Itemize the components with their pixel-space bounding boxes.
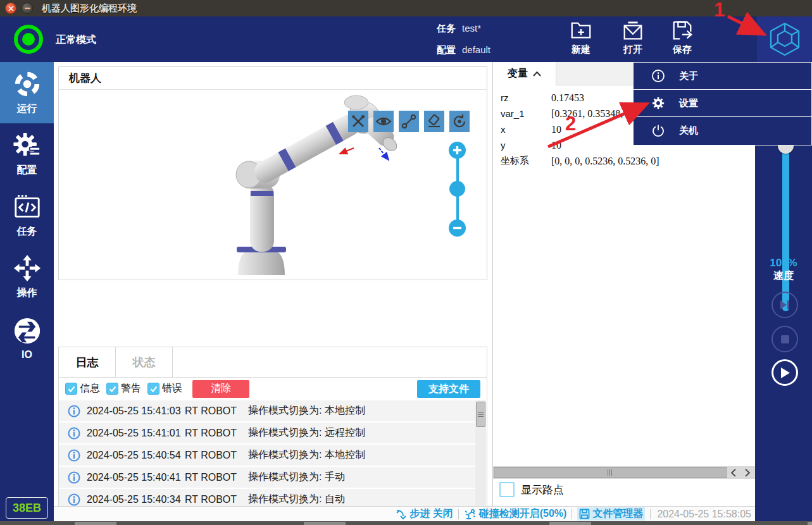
log-tabs: 日志 状态 xyxy=(59,347,487,378)
brand-logo-icon xyxy=(767,21,803,58)
warning-checkbox[interactable] xyxy=(106,383,118,395)
divider xyxy=(650,509,651,519)
menu-item-about[interactable]: 关于 xyxy=(634,63,811,90)
power-icon xyxy=(651,124,665,138)
step-mode-status[interactable]: 步进 关闭 xyxy=(396,507,453,521)
rotate-view-icon xyxy=(451,113,468,130)
window-close-button[interactable] xyxy=(5,3,16,14)
app-dropdown-menu: 关于 设置 xyxy=(633,62,812,145)
minimize-icon xyxy=(25,8,30,9)
variable-tab[interactable]: 变量 xyxy=(493,62,556,85)
clear-log-button[interactable]: 清除 xyxy=(192,380,249,398)
speed-percent: 100% xyxy=(755,257,812,269)
visibility-button[interactable] xyxy=(373,111,394,132)
robot-3d-viewport[interactable] xyxy=(59,90,487,280)
open-icon xyxy=(621,18,645,42)
file-manager-button[interactable]: 文件管理器 xyxy=(577,507,645,521)
scroll-left-button[interactable] xyxy=(727,466,740,479)
device-id-badge[interactable]: 38EB xyxy=(6,497,48,519)
log-panel: 日志 状态 信息 警告 xyxy=(58,347,487,525)
zoom-in-button[interactable] xyxy=(449,142,466,159)
topbar: 正常模式 任务 test* 配置 default 新建 打开 xyxy=(0,16,812,62)
collapse-chevron-icon xyxy=(533,71,541,77)
desktop-strip xyxy=(0,521,812,525)
io-swap-icon xyxy=(13,316,42,345)
eraser-icon xyxy=(426,113,442,130)
play-button[interactable] xyxy=(771,359,798,386)
robot-panel-title: 机器人 xyxy=(59,67,487,90)
task-value: test* xyxy=(462,23,481,34)
plus-icon xyxy=(453,145,462,155)
new-task-button[interactable]: 新建 xyxy=(560,18,602,61)
close-icon xyxy=(8,6,14,11)
log-scrollbar-thumb[interactable] xyxy=(476,402,485,427)
stop-button[interactable] xyxy=(771,326,798,352)
scroll-right-button[interactable] xyxy=(740,466,754,479)
tab-log[interactable]: 日志 xyxy=(59,347,116,377)
task-label: 任务 xyxy=(437,23,456,35)
info-icon xyxy=(68,449,80,462)
log-row: 2024-05-25 15:40:41RT ROBOT操作模式切换为: 手动 xyxy=(59,467,477,488)
collision-status[interactable]: 碰撞检测开启(50%) xyxy=(464,507,567,521)
config-label: 配置 xyxy=(437,44,456,56)
support-file-button[interactable]: 支持文件 xyxy=(417,380,480,398)
check-icon xyxy=(67,385,75,393)
variable-hscrollbar[interactable] xyxy=(493,466,756,479)
sidebar-item-config[interactable]: 配置 xyxy=(0,123,54,185)
speed-label: 速度 xyxy=(755,269,812,283)
path-button[interactable] xyxy=(399,111,419,132)
window-minimize-button[interactable] xyxy=(22,3,33,14)
speed-slider-track[interactable] xyxy=(782,140,789,311)
statusbar-timestamp: 2024-05-25 15:58:05 xyxy=(657,509,751,520)
minus-icon xyxy=(453,223,462,233)
tools-button[interactable] xyxy=(348,111,368,132)
info-icon xyxy=(68,471,80,484)
error-checkbox[interactable] xyxy=(147,383,159,395)
app-window: 机器人图形化编程环境 正常模式 任务 test* 配置 default 新建 打… xyxy=(0,0,812,525)
erase-button[interactable] xyxy=(424,111,444,132)
filter-info[interactable]: 信息 xyxy=(65,382,100,395)
open-task-button[interactable]: 打开 xyxy=(612,18,654,61)
tools-icon xyxy=(351,114,366,129)
run-icon xyxy=(13,70,42,99)
step-button[interactable] xyxy=(771,292,798,318)
file-manager-text: 文件管理器 xyxy=(592,507,643,521)
reset-view-button[interactable] xyxy=(449,111,470,132)
divider xyxy=(572,509,572,519)
settings-gear-icon xyxy=(651,96,665,110)
step-mode-icon xyxy=(396,509,407,520)
app-menu-button[interactable] xyxy=(757,16,812,62)
view-toolbar xyxy=(348,111,470,132)
mode-status-text: 正常模式 xyxy=(56,34,96,47)
save-task-button[interactable]: 保存 xyxy=(661,18,703,61)
sidebar-item-io[interactable]: IO xyxy=(0,307,54,369)
log-row: 2024-05-25 15:40:54RT ROBOT操作模式切换为: 本地控制 xyxy=(59,445,477,466)
zoom-slider-handle[interactable] xyxy=(449,181,465,197)
config-value: default xyxy=(462,44,490,55)
variable-row[interactable]: 坐标系 [0, 0, 0, 0.5236, 0.5236, 0] xyxy=(493,153,756,169)
filter-error[interactable]: 错误 xyxy=(147,382,182,395)
info-icon xyxy=(68,405,80,417)
hscrollbar-thumb[interactable] xyxy=(494,467,727,478)
skip-icon xyxy=(779,300,790,310)
info-icon xyxy=(68,427,80,440)
show-waypoints-checkbox[interactable] xyxy=(499,482,515,497)
sidebar-item-run[interactable]: 运行 xyxy=(0,62,54,123)
zoom-out-button[interactable] xyxy=(449,219,466,237)
save-icon xyxy=(670,18,694,42)
menu-item-shutdown[interactable]: 关机 xyxy=(634,117,811,144)
zoom-control xyxy=(449,142,466,237)
play-icon xyxy=(780,367,790,379)
sidebar-item-task[interactable]: 任务 xyxy=(0,185,54,246)
log-row: 2024-05-25 15:41:03RT ROBOT操作模式切换为: 本地控制 xyxy=(59,400,477,421)
filter-warning[interactable]: 警告 xyxy=(106,382,141,395)
chevron-right-icon xyxy=(745,469,750,477)
show-waypoints-option[interactable]: 显示路点 xyxy=(499,482,564,497)
info-icon xyxy=(68,493,80,506)
menu-item-settings[interactable]: 设置 xyxy=(634,90,811,117)
tab-status[interactable]: 状态 xyxy=(116,347,173,377)
info-checkbox[interactable] xyxy=(65,383,77,395)
new-folder-icon xyxy=(569,18,593,42)
sidebar-item-operate[interactable]: 操作 xyxy=(0,246,54,307)
sidebar: 运行 配置 xyxy=(0,62,54,521)
